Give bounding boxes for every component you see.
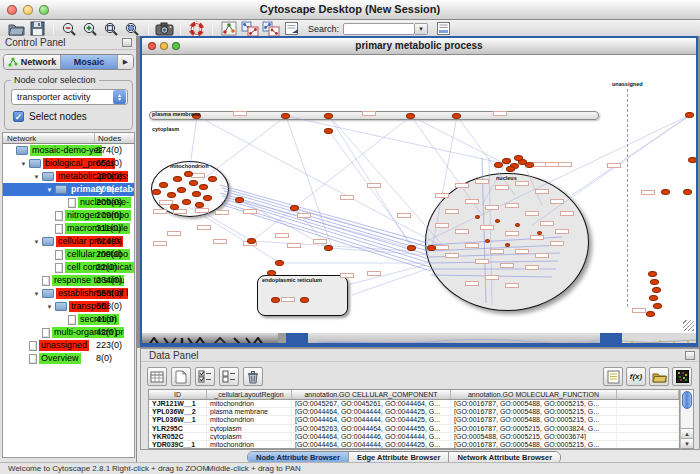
search-settings-icon[interactable] (433, 21, 454, 37)
background-window-3[interactable] (622, 333, 696, 343)
column-header[interactable]: annotation.GO CELLULAR_COMPONENT (292, 390, 451, 399)
graph-node[interactable] (648, 271, 657, 277)
tab-network[interactable]: Network (4, 55, 61, 69)
more-tabs-arrow-icon[interactable]: ▶ (118, 55, 133, 69)
function-builder-icon[interactable]: f(x) (626, 367, 646, 386)
graph-node[interactable] (683, 189, 692, 195)
graph-node[interactable] (502, 158, 511, 164)
graph-node[interactable] (267, 270, 276, 276)
scrollbar-thumb[interactable] (682, 391, 692, 409)
delete-attribute-icon[interactable] (243, 367, 263, 386)
expand-triangle-icon[interactable]: ▼ (18, 161, 29, 167)
table-row[interactable]: YPL036W__1mitochondrion[GO:0044464, GO:0… (149, 416, 679, 424)
background-window-2[interactable] (308, 333, 600, 343)
scroll-down-icon[interactable]: ▼ (681, 438, 693, 448)
graph-node[interactable] (184, 171, 193, 177)
tree-row[interactable]: unassigned223(0) (3, 339, 134, 352)
nodes-column-header[interactable]: Nodes (95, 133, 134, 143)
select-attributes-icon[interactable] (195, 367, 215, 386)
table-row[interactable]: YJR121W__1mitochondrion[GO:0045267, GO:0… (149, 400, 679, 408)
save-icon[interactable] (27, 21, 48, 37)
graph-node[interactable] (646, 311, 655, 317)
graph-node[interactable] (688, 157, 696, 163)
tree-row[interactable]: ▼establishment of lo558(0) (3, 287, 134, 300)
graph-node[interactable] (152, 189, 161, 195)
import-attributes-icon[interactable] (603, 367, 623, 386)
column-header[interactable]: annotation.GO MOLECULAR_FUNCTION (451, 390, 617, 399)
table-row[interactable]: YKR052Ccytoplasm[GO:0044464, GO:0044446,… (149, 433, 679, 441)
zoom-out-icon[interactable] (59, 21, 80, 37)
graph-node[interactable] (514, 155, 523, 161)
graph-node[interactable] (324, 128, 333, 134)
graph-node[interactable] (685, 112, 694, 118)
expand-triangle-icon[interactable]: ▼ (44, 187, 55, 193)
tree-row[interactable]: mosaic-demo-yeast874(0) (3, 144, 134, 157)
unselect-attributes-icon[interactable] (219, 367, 239, 386)
background-window-1[interactable] (142, 333, 278, 343)
new-attribute-icon[interactable] (171, 367, 191, 386)
tree-row[interactable]: secretion41(0) (3, 313, 134, 326)
tab-mosaic[interactable]: Mosaic (61, 55, 118, 69)
graph-node[interactable] (271, 297, 280, 303)
network-column-header[interactable]: Network (3, 133, 95, 143)
open-icon[interactable] (6, 21, 27, 37)
search-input[interactable] (343, 23, 415, 35)
tree-row[interactable]: ▼biological_process651(0) (3, 157, 134, 170)
table-scrollbar[interactable]: ▲ ▼ (680, 389, 694, 449)
background-window-2-edge[interactable] (286, 333, 308, 343)
lifesaver-icon[interactable] (186, 21, 207, 37)
tree-row[interactable]: multi-organism pro42(0) (3, 326, 134, 339)
select-nodes-checkbox[interactable]: ✓ (13, 111, 24, 122)
attribute-table-icon[interactable] (147, 367, 167, 386)
expand-triangle-icon[interactable]: ▼ (31, 239, 42, 245)
graph-node[interactable] (203, 195, 212, 201)
graph-node[interactable] (652, 287, 661, 293)
graph-node[interactable] (167, 192, 176, 198)
tree-row[interactable]: nitrogen compo209(0) (3, 209, 134, 222)
graph-node[interactable] (290, 205, 299, 211)
float-data-panel-icon[interactable] (685, 351, 695, 360)
tree-row[interactable]: ▼cellular process614(0) (3, 235, 134, 248)
table-row[interactable]: YLR295Ccytoplasm[GO:0045263, GO:0044464,… (149, 425, 679, 433)
snapshot-camera-icon[interactable] (154, 21, 175, 37)
network-icon[interactable] (218, 21, 239, 37)
graph-node[interactable] (653, 303, 662, 309)
graph-node[interactable] (650, 279, 659, 285)
matrix-icon[interactable] (672, 367, 692, 386)
float-panel-icon[interactable] (122, 38, 132, 47)
column-header[interactable]: _cellularLayoutRegion (207, 390, 292, 399)
graph-node[interactable] (192, 191, 201, 197)
graph-node[interactable] (199, 184, 208, 190)
zoom-fit-icon[interactable] (101, 21, 122, 37)
column-header[interactable]: ID (149, 390, 207, 399)
annotation-icon[interactable] (281, 21, 302, 37)
graph-node[interactable] (159, 182, 168, 188)
tree-row[interactable]: cellular metabo209(0) (3, 248, 134, 261)
graph-node[interactable] (506, 166, 515, 172)
table-row[interactable]: YPL036W__2plasma membrane[GO:0044464, GO… (149, 408, 679, 416)
tree-row[interactable]: macromolecule311(0) (3, 222, 134, 235)
graph-node[interactable] (494, 162, 503, 168)
graph-node[interactable] (300, 297, 309, 303)
graph-node[interactable] (525, 162, 534, 168)
graph-node[interactable] (324, 245, 333, 251)
graph-node[interactable] (182, 199, 191, 205)
zoom-in-icon[interactable] (80, 21, 101, 37)
scroll-up-icon[interactable]: ▲ (681, 428, 693, 438)
graph-node[interactable] (208, 176, 217, 182)
graph-node[interactable] (452, 113, 461, 119)
expand-triangle-icon[interactable]: ▼ (44, 304, 55, 310)
duplicate-network-icon[interactable] (260, 21, 281, 37)
graph-node[interactable] (649, 295, 658, 301)
graph-node[interactable] (407, 245, 416, 251)
tree-row[interactable]: nucleobase-209(0) (3, 196, 134, 209)
load-attributes-icon[interactable] (649, 367, 669, 386)
zoom-selected-icon[interactable] (122, 21, 143, 37)
tree-row[interactable]: ▼metabolic process280(0) (3, 170, 134, 183)
graph-node[interactable] (324, 113, 333, 119)
expand-triangle-icon[interactable]: ▼ (31, 291, 42, 297)
graph-node[interactable] (406, 113, 415, 119)
network-view-titlebar[interactable]: primary metabolic process (142, 38, 696, 55)
table-row[interactable]: YDR039C__1mitochondrion[GO:0044464, GO:0… (149, 441, 679, 449)
background-window-3-edge[interactable] (600, 333, 622, 343)
